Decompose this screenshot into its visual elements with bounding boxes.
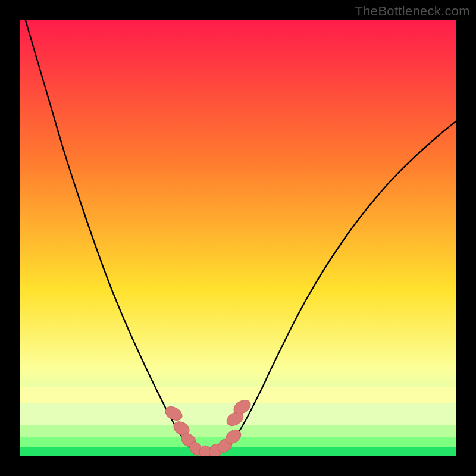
green-band-3	[20, 447, 456, 456]
bottleneck-chart	[20, 20, 456, 456]
yellow-highlight-band	[20, 387, 456, 403]
watermark-text: TheBottleneck.com	[355, 4, 470, 19]
chart-frame: TheBottleneck.com	[0, 0, 476, 476]
plot-area	[20, 20, 456, 456]
